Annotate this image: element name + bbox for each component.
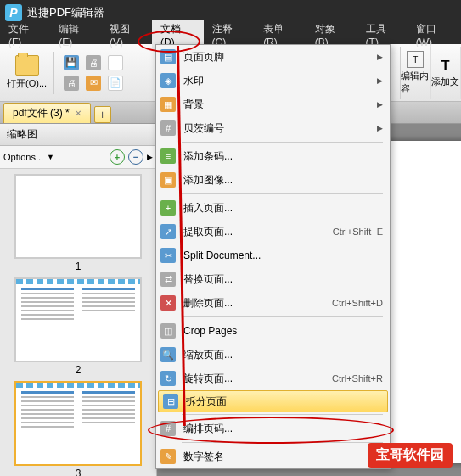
menu-label: 插入页面... <box>183 201 383 216</box>
submenu-arrow-icon: ▶ <box>377 124 383 132</box>
menu-add-barcode[interactable]: ≡添加条码... <box>156 144 390 168</box>
dropdown-arrow-icon: ▼ <box>47 153 54 161</box>
menu-label: 拆分页面 <box>186 395 380 409</box>
menu-digital-signature[interactable]: ✎数字签名 <box>156 445 390 468</box>
menu-edit[interactable]: 编辑(E) <box>50 20 101 51</box>
insert-page-icon: + <box>160 200 176 216</box>
tab-close-icon[interactable]: ✕ <box>75 109 82 118</box>
printer2-icon[interactable]: 🖨 <box>61 73 82 93</box>
menu-view[interactable]: 视图(V) <box>101 20 152 51</box>
sidebar-title: 缩略图 <box>0 124 156 146</box>
toolbar-separator <box>53 52 54 94</box>
open-button[interactable]: 打开(O)... <box>7 55 47 90</box>
folder-open-icon <box>15 55 39 76</box>
rotate-page-icon: ↻ <box>160 371 176 386</box>
menu-separator <box>182 142 383 143</box>
bates-icon: # <box>160 120 176 136</box>
thumb-page-number: 2 <box>14 362 142 378</box>
sidebar-options: Options... ▼ + − ▶ <box>0 146 156 169</box>
page-num-icon: # <box>160 421 176 436</box>
blank-icon[interactable] <box>105 53 126 73</box>
mail-icon[interactable]: ✉ <box>83 73 104 93</box>
thumb-page-number: 1 <box>14 259 142 274</box>
chevron-right-icon[interactable]: ▶ <box>147 153 153 161</box>
menu-label: 旋转页面... <box>183 372 325 386</box>
menu-split-document[interactable]: ✂Split Document... <box>156 244 390 267</box>
zoom-page-icon: 🔍 <box>160 347 176 362</box>
menu-label: 背景 <box>183 98 370 112</box>
barcode-icon: ≡ <box>160 148 176 164</box>
menu-shortcut: Ctrl+Shift+D <box>332 298 383 308</box>
menu-label: 数字签名 <box>183 450 383 464</box>
menu-delete-page[interactable]: ✕删除页面...Ctrl+Shift+D <box>156 291 390 315</box>
menu-label: Split Document... <box>183 249 383 261</box>
header-footer-icon: ▤ <box>160 49 176 64</box>
thumbnail[interactable]: 1 <box>14 174 142 274</box>
crop-icon: ◫ <box>160 323 176 339</box>
add-text-label: 添加文 <box>431 76 459 88</box>
replace-page-icon: ⇄ <box>160 272 176 287</box>
menu-shortcut: Ctrl+Shift+E <box>333 227 383 237</box>
submenu-arrow-icon: ▶ <box>377 76 383 85</box>
menu-bates[interactable]: #贝茨编号▶ <box>156 116 390 140</box>
menu-label: 提取页面... <box>183 225 326 239</box>
menu-separator <box>182 316 383 317</box>
document-tab[interactable]: pdf文件 (3) * ✕ <box>3 103 91 123</box>
menu-background[interactable]: ▦背景▶ <box>156 92 390 116</box>
menu-shortcut: Ctrl+Shift+R <box>332 373 383 384</box>
background-icon: ▦ <box>160 97 176 112</box>
menu-crop-pages[interactable]: ◫Crop Pages <box>156 319 390 343</box>
thumbnail[interactable]: 2 <box>14 277 142 378</box>
menu-extract-page[interactable]: ↗提取页面...Ctrl+Shift+E <box>156 220 390 244</box>
print-icon[interactable]: 🖨 <box>83 53 104 73</box>
menu-separator <box>182 193 383 194</box>
menu-zoom-page[interactable]: 🔍缩放页面... <box>156 343 390 367</box>
menu-label: 编排页码... <box>183 422 383 436</box>
split-page-icon: ⊟ <box>163 394 178 409</box>
menu-label: 水印 <box>183 74 370 88</box>
zoom-in-icon[interactable]: + <box>110 149 125 165</box>
menu-page-numbering[interactable]: #编排页码... <box>156 417 390 440</box>
menu-rotate-page[interactable]: ↻旋转页面...Ctrl+Shift+R <box>156 367 390 390</box>
menu-add-image[interactable]: ▣添加图像... <box>156 168 390 192</box>
thumb-page-number: 3 <box>14 466 142 476</box>
zoom-out-icon[interactable]: − <box>128 149 143 165</box>
menu-separator <box>182 442 383 443</box>
edit-text-icon: T <box>407 51 424 68</box>
signature-icon: ✎ <box>160 449 176 464</box>
tab-label: pdf文件 (3) * <box>13 106 70 120</box>
doc-icon[interactable]: 📄 <box>105 73 126 93</box>
menu-label: 删除页面... <box>183 296 325 311</box>
menu-label: Crop Pages <box>183 325 383 337</box>
menu-window[interactable]: 窗口(W) <box>408 20 461 51</box>
thumbnails-list: 1 2 <box>0 169 156 476</box>
edit-content-label: 编辑内容 <box>401 70 430 95</box>
delete-page-icon: ✕ <box>160 295 176 311</box>
menu-label: 添加条码... <box>183 149 383 164</box>
watermark-icon: ◈ <box>160 73 176 88</box>
add-text-button[interactable]: T 添加文 <box>431 47 462 99</box>
menu-split-page[interactable]: ⊟拆分页面 <box>158 390 388 412</box>
watermark-badge: 宝哥软件园 <box>368 443 453 468</box>
edit-content-button[interactable]: T 编辑内容 <box>401 47 431 99</box>
right-toolbar: T 编辑内容 T 添加文 <box>400 47 461 99</box>
submenu-arrow-icon: ▶ <box>377 53 383 61</box>
menu-label: 缩放页面... <box>183 348 383 362</box>
menu-watermark[interactable]: ◈水印▶ <box>156 69 390 92</box>
add-tab-button[interactable]: + <box>94 106 111 123</box>
menu-insert-page[interactable]: +插入页面... <box>156 196 390 220</box>
app-title: 迅捷PDF编辑器 <box>27 5 104 20</box>
menu-label: 添加图像... <box>183 173 383 188</box>
sidebar: 缩略图 Options... ▼ + − ▶ 1 <box>0 124 157 476</box>
submenu-arrow-icon: ▶ <box>377 100 383 109</box>
menubar: 文件(F) 编辑(E) 视图(V) 文档(D) 注释(C) 表单(R) 对象(B… <box>0 25 461 44</box>
extract-page-icon: ↗ <box>160 224 176 239</box>
menu-file[interactable]: 文件(F) <box>0 20 50 51</box>
save-icon[interactable]: 💾 <box>61 53 82 73</box>
options-dropdown[interactable]: Options... <box>3 152 43 162</box>
open-label: 打开(O)... <box>7 77 47 90</box>
menu-label: 页面页脚 <box>183 50 370 64</box>
thumbnail[interactable]: 3 <box>14 381 142 476</box>
menu-header-footer[interactable]: ▤页面页脚▶ <box>156 45 390 69</box>
menu-replace-page[interactable]: ⇄替换页面... <box>156 267 390 291</box>
